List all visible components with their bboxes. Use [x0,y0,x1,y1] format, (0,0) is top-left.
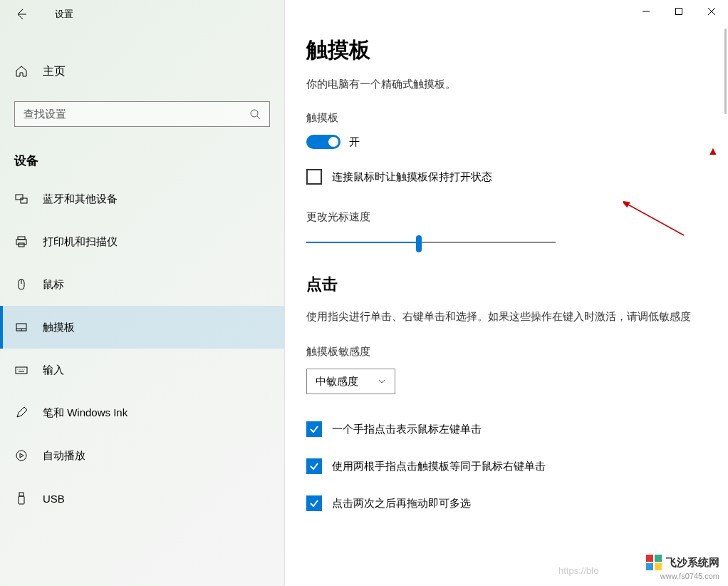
svg-rect-11 [16,367,27,374]
svg-rect-4 [16,240,26,245]
minimize-button[interactable] [630,0,662,23]
sensitivity-dropdown[interactable]: 中敏感度 [306,369,395,394]
svg-rect-28 [655,563,662,570]
mouse-icon [14,277,28,292]
keep-on-mouse-checkbox[interactable] [306,169,322,185]
usb-icon [14,491,28,505]
svg-rect-25 [646,555,653,562]
printer-icon [14,235,28,249]
watermark-logo-icon [646,555,662,570]
svg-point-12 [18,369,19,370]
svg-rect-1 [16,195,23,200]
page-title: 触摸板 [306,36,707,65]
window-title: 设置 [55,8,73,21]
svg-rect-18 [19,493,24,496]
cursor-speed-slider[interactable] [306,234,556,251]
sensitivity-value: 中敏感度 [316,375,358,389]
double-tap-drag-checkbox[interactable] [306,495,322,511]
single-tap-label: 一个手指点击表示鼠标左键单击 [332,423,482,436]
chevron-down-icon [378,376,386,388]
svg-rect-26 [655,555,662,562]
sidebar-item-label: 输入 [43,364,64,377]
svg-point-14 [22,369,23,370]
sidebar-item-usb[interactable]: USB [0,477,284,520]
svg-rect-3 [18,237,25,240]
nav-list: 蓝牙和其他设备 打印机和扫描仪 鼠标 触摸板 [0,178,284,520]
touchpad-toggle[interactable] [306,135,340,149]
autoplay-icon [14,448,28,463]
svg-point-17 [16,451,26,461]
taps-description: 使用指尖进行单击、右键单击和选择。如果这些操作在键入时激活，请调低敏感度 [306,308,707,325]
keep-on-mouse-label: 连接鼠标时让触摸板保持打开状态 [332,170,492,184]
close-button[interactable] [695,0,728,23]
search-icon [249,108,261,120]
svg-rect-27 [646,563,653,570]
sidebar-item-label: 触摸板 [43,321,75,334]
keyboard-icon [14,363,28,377]
svg-point-13 [20,369,21,370]
svg-rect-2 [21,198,27,203]
watermark-brand-text: 飞沙系统网 [666,556,719,570]
sidebar-item-label: USB [43,493,65,505]
sidebar-item-autoplay[interactable]: 自动播放 [0,434,284,477]
svg-point-15 [24,369,25,370]
svg-rect-21 [676,9,682,15]
home-icon [14,64,28,78]
watermark-url-text: www.fs0745.com [646,572,719,580]
faded-url-text: https://blo [558,565,598,576]
maximize-button[interactable] [662,0,695,23]
touchpad-label: 触摸板 [306,111,707,125]
sidebar-item-pen[interactable]: 笔和 Windows Ink [0,391,284,434]
pen-icon [14,406,28,420]
svg-point-0 [251,110,258,117]
sidebar-item-typing[interactable]: 输入 [0,349,284,391]
settings-sidebar: 设置 主页 查找设置 设备 蓝牙和其他设备 [0,0,285,586]
svg-rect-19 [19,496,24,504]
scrollbar[interactable] [724,29,727,114]
window-controls [630,0,728,23]
sensitivity-label: 触摸板敏感度 [306,345,707,359]
watermark: 飞沙系统网 www.fs0745.com [646,555,719,580]
toggle-state-label: 开 [349,135,360,149]
sidebar-item-bluetooth[interactable]: 蓝牙和其他设备 [0,178,284,220]
sidebar-item-mouse[interactable]: 鼠标 [0,263,284,306]
sidebar-item-printers[interactable]: 打印机和扫描仪 [0,220,284,263]
two-finger-tap-checkbox[interactable] [306,458,322,474]
search-input[interactable]: 查找设置 [14,101,270,127]
single-tap-checkbox[interactable] [306,421,322,437]
page-subtitle: 你的电脑有一个精确式触摸板。 [306,78,707,91]
sidebar-home[interactable]: 主页 [0,50,284,93]
search-placeholder: 查找设置 [24,108,249,121]
sidebar-item-label: 笔和 Windows Ink [43,406,128,420]
bluetooth-devices-icon [14,192,28,206]
titlebar-left: 设置 [0,0,284,29]
double-tap-drag-label: 点击两次之后再拖动即可多选 [332,497,471,510]
sidebar-item-label: 鼠标 [43,278,64,292]
content-area: 触摸板 你的电脑有一个精确式触摸板。 触摸板 开 连接鼠标时让触摸板保持打开状态… [285,0,728,586]
taps-heading: 点击 [306,274,707,295]
sidebar-item-label: 蓝牙和其他设备 [43,192,118,206]
sidebar-item-label: 自动播放 [43,449,85,463]
sidebar-item-touchpad[interactable]: 触摸板 [0,306,284,349]
cursor-speed-label: 更改光标速度 [306,210,707,224]
category-label: 设备 [0,135,284,178]
back-button[interactable] [13,6,30,23]
touchpad-icon [14,320,28,334]
two-finger-tap-label: 使用两根手指点击触摸板等同于鼠标右键单击 [332,460,546,473]
sidebar-item-label: 打印机和扫描仪 [43,235,118,249]
home-label: 主页 [43,64,66,79]
